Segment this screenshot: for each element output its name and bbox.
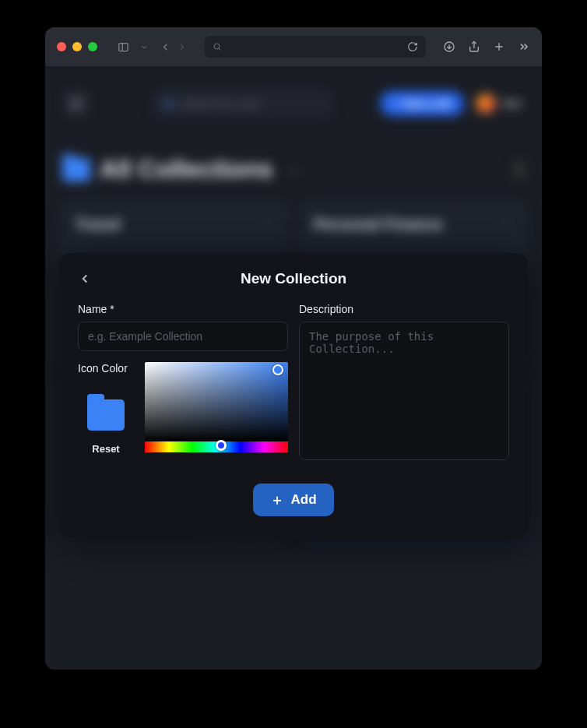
user-menu[interactable]: Ben bbox=[475, 93, 522, 114]
name-input[interactable] bbox=[78, 322, 288, 351]
hue-handle[interactable] bbox=[216, 440, 227, 451]
card-more-button[interactable]: ⋯ bbox=[499, 216, 511, 230]
browser-window: Search for Links + New Link Ben All Coll… bbox=[45, 27, 542, 670]
folder-icon bbox=[62, 158, 90, 181]
collection-name: Personal Finance bbox=[314, 216, 511, 234]
refresh-icon[interactable] bbox=[407, 41, 418, 52]
page-title: All Collections bbox=[100, 155, 272, 184]
search-icon bbox=[213, 42, 222, 51]
svg-point-2 bbox=[214, 44, 220, 49]
description-input[interactable] bbox=[299, 322, 509, 460]
name-field-group: Name * Icon Color Reset bbox=[78, 303, 288, 463]
info-button[interactable] bbox=[514, 161, 525, 178]
search-icon bbox=[163, 97, 175, 110]
window-minimize-button[interactable] bbox=[72, 42, 82, 51]
traffic-lights bbox=[57, 42, 97, 51]
nav-forward-button[interactable] bbox=[176, 41, 188, 53]
add-button[interactable]: ＋ Add bbox=[253, 484, 333, 516]
description-field-group: Description bbox=[299, 303, 509, 463]
svg-rect-0 bbox=[119, 43, 128, 51]
url-bar[interactable] bbox=[205, 36, 426, 58]
back-button[interactable] bbox=[78, 272, 92, 286]
menu-icon bbox=[70, 97, 83, 110]
saturation-picker[interactable] bbox=[145, 362, 288, 441]
titlebar-actions bbox=[443, 40, 530, 53]
overflow-icon[interactable] bbox=[518, 40, 530, 53]
nav-back-button[interactable] bbox=[160, 41, 171, 53]
avatar bbox=[475, 93, 497, 114]
svg-point-12 bbox=[165, 100, 172, 107]
page-more-button[interactable]: ⋯ bbox=[286, 160, 302, 179]
search-input[interactable]: Search for Links bbox=[153, 90, 332, 118]
new-collection-modal: New Collection Name * Icon Color Reset bbox=[59, 253, 528, 538]
new-link-button[interactable]: + New Link bbox=[380, 91, 464, 116]
add-label: Add bbox=[290, 492, 316, 508]
sidebar-icon[interactable] bbox=[118, 41, 129, 53]
description-label: Description bbox=[299, 303, 509, 315]
window-close-button[interactable] bbox=[57, 42, 66, 51]
folder-color-preview bbox=[87, 399, 125, 431]
plus-icon: ＋ bbox=[270, 493, 284, 507]
color-picker bbox=[145, 362, 288, 452]
search-placeholder: Search for Links bbox=[181, 97, 260, 110]
chevron-down-icon[interactable] bbox=[140, 41, 149, 53]
username: Ben bbox=[503, 97, 522, 110]
titlebar-icons bbox=[118, 41, 188, 53]
share-icon[interactable] bbox=[468, 40, 480, 53]
hue-slider[interactable] bbox=[145, 441, 288, 452]
collection-name: Travel bbox=[76, 216, 273, 234]
modal-title: New Collection bbox=[241, 270, 346, 287]
icon-color-label: Icon Color bbox=[78, 362, 128, 375]
card-more-button[interactable]: ⋯ bbox=[261, 216, 273, 230]
menu-button[interactable] bbox=[65, 92, 88, 115]
saturation-handle[interactable] bbox=[272, 364, 283, 375]
new-link-label: New Link bbox=[404, 97, 452, 110]
new-tab-icon[interactable] bbox=[493, 40, 505, 53]
reset-button[interactable]: Reset bbox=[92, 443, 119, 455]
download-icon[interactable] bbox=[443, 40, 455, 53]
page-title-row: All Collections ⋯ bbox=[61, 155, 526, 184]
window-maximize-button[interactable] bbox=[88, 42, 97, 51]
svg-line-3 bbox=[219, 48, 221, 51]
titlebar bbox=[45, 27, 542, 66]
svg-line-13 bbox=[171, 106, 174, 108]
plus-icon: + bbox=[392, 97, 399, 110]
name-label: Name * bbox=[78, 303, 288, 315]
